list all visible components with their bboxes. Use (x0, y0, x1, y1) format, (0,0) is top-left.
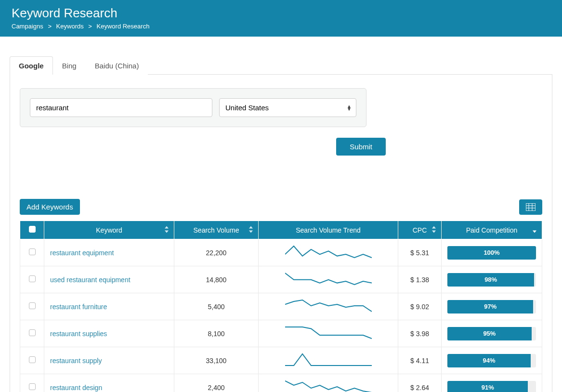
sparkline-icon (285, 380, 372, 392)
keyword-link[interactable]: restaurant supply (50, 357, 102, 365)
table-row: restaurant furniture5,400$ 9.0297% (20, 293, 542, 320)
column-trend: Search Volume Trend (259, 221, 398, 239)
breadcrumb-current: Keyword Research (97, 23, 150, 30)
select-all-checkbox[interactable] (29, 226, 36, 233)
keyword-link[interactable]: restaurant equipment (50, 249, 114, 257)
volume-cell: 33,100 (174, 347, 259, 374)
row-checkbox[interactable] (29, 275, 36, 282)
trend-cell (259, 320, 398, 347)
row-checkbox[interactable] (29, 329, 36, 336)
column-select-all (20, 221, 44, 239)
trend-cell (259, 374, 398, 392)
sparkline-icon (285, 245, 372, 259)
competition-cell: 98% (442, 266, 542, 293)
table-row: restaurant supplies8,100$ 3.9895% (20, 320, 542, 347)
add-keywords-button[interactable]: Add Keywords (20, 199, 80, 215)
sparkline-icon (285, 272, 372, 286)
cpc-cell: $ 1.38 (398, 266, 442, 293)
volume-cell: 2,400 (174, 374, 259, 392)
table-row: restaurant supply33,100$ 4.1194% (20, 347, 542, 374)
row-checkbox[interactable] (29, 383, 36, 390)
svg-rect-0 (526, 203, 536, 211)
keyword-link[interactable]: restaurant furniture (50, 303, 107, 311)
volume-cell: 14,800 (174, 266, 259, 293)
competition-bar: 95% (447, 327, 532, 340)
breadcrumb-link[interactable]: Keywords (56, 23, 84, 30)
sparkline-icon (285, 326, 372, 340)
trend-cell (259, 347, 398, 374)
keyword-input[interactable] (30, 98, 212, 117)
competition-bar: 91% (447, 381, 528, 392)
keyword-link[interactable]: restaurant design (50, 384, 102, 392)
competition-cell: 100% (442, 239, 542, 266)
sort-desc-icon (532, 226, 537, 234)
trend-cell (259, 239, 398, 266)
keyword-link[interactable]: restaurant supplies (50, 330, 107, 338)
competition-cell: 95% (442, 320, 542, 347)
page-header: Keyword Research Campaigns > Keywords > … (0, 0, 562, 37)
submit-button[interactable]: Submit (336, 138, 386, 156)
sparkline-icon (285, 299, 372, 313)
tab-panel: United States ▲▼ Submit Add Keywords (10, 75, 552, 392)
competition-cell: 94% (442, 347, 542, 374)
volume-cell: 5,400 (174, 293, 259, 320)
spreadsheet-icon (526, 203, 536, 211)
cpc-cell: $ 5.31 (398, 239, 442, 266)
sort-icon (248, 226, 253, 234)
sparkline-icon (285, 353, 372, 366)
competition-bar: 94% (447, 354, 531, 367)
country-select[interactable]: United States (219, 98, 356, 117)
sort-icon (164, 226, 169, 234)
row-checkbox[interactable] (29, 302, 36, 309)
tab-google[interactable]: Google (10, 56, 53, 75)
breadcrumb: Campaigns > Keywords > Keyword Research (12, 23, 550, 30)
breadcrumb-separator: > (48, 23, 52, 30)
breadcrumb-separator: > (88, 23, 92, 30)
breadcrumb-link[interactable]: Campaigns (12, 23, 43, 30)
competition-bar: 100% (447, 246, 536, 260)
search-box: United States ▲▼ (20, 88, 366, 127)
cpc-cell: $ 2.64 (398, 374, 442, 392)
row-checkbox[interactable] (29, 248, 36, 255)
column-cpc[interactable]: CPC (398, 221, 442, 239)
tab-bar: GoogleBingBaidu (China) (10, 56, 552, 75)
competition-cell: 97% (442, 293, 542, 320)
sort-icon (431, 226, 436, 234)
trend-cell (259, 293, 398, 320)
column-keyword[interactable]: Keyword (44, 221, 174, 239)
row-checkbox[interactable] (29, 356, 36, 363)
cpc-cell: $ 4.11 (398, 347, 442, 374)
table-row: restaurant equipment22,200$ 5.31100% (20, 239, 542, 266)
tab-baidu-china-[interactable]: Baidu (China) (86, 56, 148, 75)
competition-bar: 97% (447, 300, 533, 314)
page-title: Keyword Research (12, 6, 550, 21)
volume-cell: 8,100 (174, 320, 259, 347)
tab-bing[interactable]: Bing (53, 56, 86, 75)
results-table: Keyword Search Volume Search Volume Tren… (20, 221, 542, 392)
cpc-cell: $ 3.98 (398, 320, 442, 347)
table-row: used restaurant equipment14,800$ 1.3898% (20, 266, 542, 293)
volume-cell: 22,200 (174, 239, 259, 266)
table-toolbar: Add Keywords (20, 199, 542, 215)
table-row: restaurant design2,400$ 2.6491% (20, 374, 542, 392)
competition-bar: 98% (447, 273, 534, 287)
trend-cell (259, 266, 398, 293)
cpc-cell: $ 9.02 (398, 293, 442, 320)
column-search-volume[interactable]: Search Volume (174, 221, 259, 239)
export-button[interactable] (519, 199, 542, 215)
competition-cell: 91% (442, 374, 542, 392)
column-paid-competition[interactable]: Paid Competition (442, 221, 542, 239)
keyword-link[interactable]: used restaurant equipment (50, 276, 131, 284)
